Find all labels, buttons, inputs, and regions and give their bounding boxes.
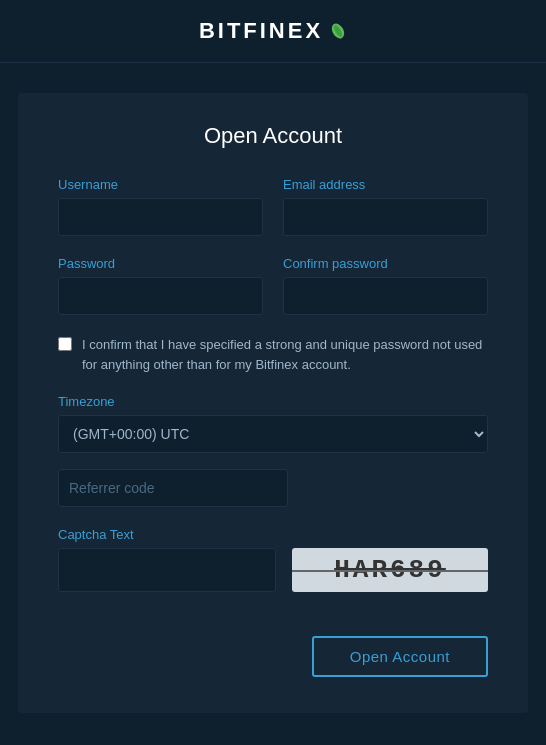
open-account-card: Open Account Username Email address Pass…: [18, 93, 528, 713]
email-label: Email address: [283, 177, 488, 192]
captcha-image: HAR689: [292, 548, 488, 592]
password-input[interactable]: [58, 277, 263, 315]
password-group: Password: [58, 256, 263, 315]
email-group: Email address: [283, 177, 488, 236]
email-input[interactable]: [283, 198, 488, 236]
timezone-select[interactable]: (GMT+00:00) UTC ( GMT-12:00) Internation…: [58, 415, 488, 453]
referrer-input[interactable]: [58, 469, 288, 507]
open-account-button[interactable]: Open Account: [312, 636, 488, 677]
timezone-group: Timezone (GMT+00:00) UTC ( GMT-12:00) In…: [58, 394, 488, 453]
confirm-password-input[interactable]: [283, 277, 488, 315]
referrer-group: [58, 469, 488, 507]
logo: BITFINEX: [199, 18, 347, 44]
username-input[interactable]: [58, 198, 263, 236]
captcha-label: Captcha Text: [58, 527, 488, 542]
username-label: Username: [58, 177, 263, 192]
timezone-label: Timezone: [58, 394, 488, 409]
submit-row: Open Account: [58, 636, 488, 677]
header-divider: [0, 62, 546, 63]
password-confirm-checkbox[interactable]: [58, 337, 72, 351]
captcha-input[interactable]: [58, 548, 276, 592]
username-email-row: Username Email address: [58, 177, 488, 236]
password-confirmation-row: I confirm that I have specified a strong…: [58, 335, 488, 374]
header: BITFINEX: [0, 0, 546, 62]
leaf-icon: [329, 22, 347, 40]
confirm-password-group: Confirm password: [283, 256, 488, 315]
captcha-text: HAR689: [334, 555, 446, 585]
username-group: Username: [58, 177, 263, 236]
page-title: Open Account: [58, 123, 488, 149]
password-confirm-label: I confirm that I have specified a strong…: [82, 335, 488, 374]
logo-wordmark: BITFINEX: [199, 18, 323, 44]
password-row: Password Confirm password: [58, 256, 488, 315]
captcha-group: Captcha Text HAR689: [58, 527, 488, 616]
confirm-password-label: Confirm password: [283, 256, 488, 271]
captcha-row: HAR689: [58, 548, 488, 592]
password-label: Password: [58, 256, 263, 271]
